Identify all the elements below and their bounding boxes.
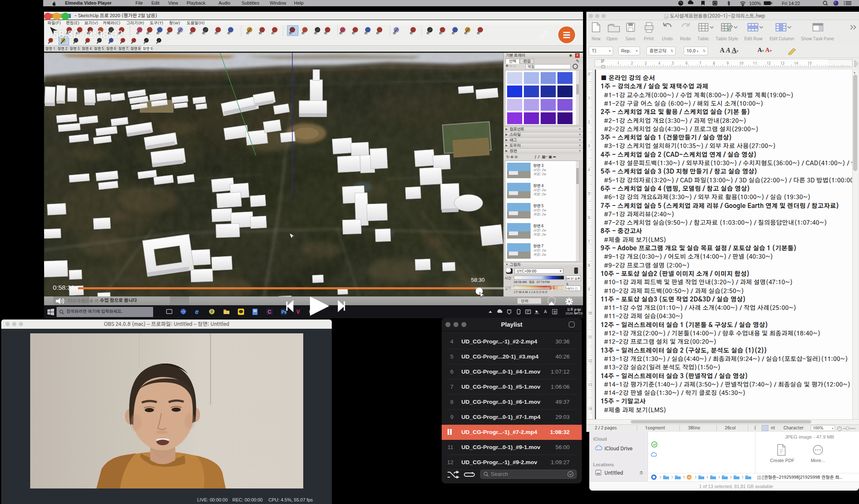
svg-text:Undo: Undo bbox=[662, 37, 673, 41]
svg-text:Table: Table bbox=[697, 37, 708, 41]
svg-text:3: 3 bbox=[645, 62, 647, 65]
svg-text:15: 15 bbox=[808, 62, 812, 65]
svg-text:Print: Print bbox=[644, 37, 654, 41]
svg-text:5: 5 bbox=[588, 192, 590, 196]
svg-text:Open: Open bbox=[607, 37, 617, 41]
svg-text:4: 4 bbox=[588, 168, 590, 172]
svg-text:6: 6 bbox=[686, 62, 688, 65]
svg-text:14: 14 bbox=[588, 407, 592, 411]
svg-text:장면 5: 장면 5 bbox=[94, 47, 104, 51]
svg-text:7: 7 bbox=[699, 62, 701, 65]
svg-text:14: 14 bbox=[794, 62, 798, 65]
svg-text:100%: 100% bbox=[749, 1, 761, 6]
svg-text:C: C bbox=[268, 309, 271, 315]
svg-text:13: 13 bbox=[588, 383, 592, 387]
svg-text:장면 7: 장면 7 bbox=[118, 47, 128, 51]
svg-text:4: 4 bbox=[658, 62, 660, 65]
svg-text:장면 3: 장면 3 bbox=[70, 47, 80, 51]
svg-text:11: 11 bbox=[588, 335, 592, 339]
svg-text:New: New bbox=[591, 37, 600, 41]
svg-text:8: 8 bbox=[588, 264, 590, 268]
svg-text:Edit Column: Edit Column bbox=[770, 37, 794, 41]
svg-text:장면 4: 장면 4 bbox=[82, 47, 92, 51]
svg-text:Redo: Redo bbox=[680, 37, 691, 41]
svg-text:장면 6: 장면 6 bbox=[106, 47, 116, 51]
svg-text:한: 한 bbox=[553, 310, 557, 314]
svg-text:Show Task Pane: Show Task Pane bbox=[801, 37, 834, 41]
svg-text:13: 13 bbox=[780, 62, 784, 65]
svg-text:6: 6 bbox=[588, 216, 590, 220]
svg-text:A: A bbox=[544, 309, 547, 314]
svg-text:1: 1 bbox=[617, 62, 620, 65]
svg-text:장면 9: 장면 9 bbox=[143, 47, 153, 51]
svg-text:9: 9 bbox=[588, 288, 590, 291]
svg-text:장면 2: 장면 2 bbox=[57, 47, 68, 51]
svg-text:e: e bbox=[195, 308, 199, 315]
svg-text:Fri 14:22: Fri 14:22 bbox=[782, 1, 800, 6]
svg-text:2: 2 bbox=[588, 120, 590, 124]
svg-text:3: 3 bbox=[588, 144, 590, 148]
svg-text:장면 1: 장면 1 bbox=[45, 47, 55, 51]
svg-text:Edit Row: Edit Row bbox=[744, 37, 762, 41]
svg-text:Save: Save bbox=[625, 37, 635, 41]
svg-text:2: 2 bbox=[631, 62, 633, 65]
svg-text:11: 11 bbox=[753, 62, 757, 65]
svg-text:1: 1 bbox=[588, 96, 590, 100]
svg-text:12: 12 bbox=[767, 62, 771, 65]
svg-text:Table Style: Table Style bbox=[716, 37, 738, 41]
svg-text:12: 12 bbox=[588, 359, 592, 363]
svg-text:10: 10 bbox=[588, 312, 592, 315]
svg-text:8: 8 bbox=[713, 62, 715, 65]
svg-text:장면 8: 장면 8 bbox=[130, 47, 141, 51]
svg-text:9: 9 bbox=[726, 62, 729, 65]
svg-text:5: 5 bbox=[672, 62, 674, 65]
svg-text:7: 7 bbox=[588, 240, 590, 244]
svg-text:0: 0 bbox=[588, 73, 590, 76]
